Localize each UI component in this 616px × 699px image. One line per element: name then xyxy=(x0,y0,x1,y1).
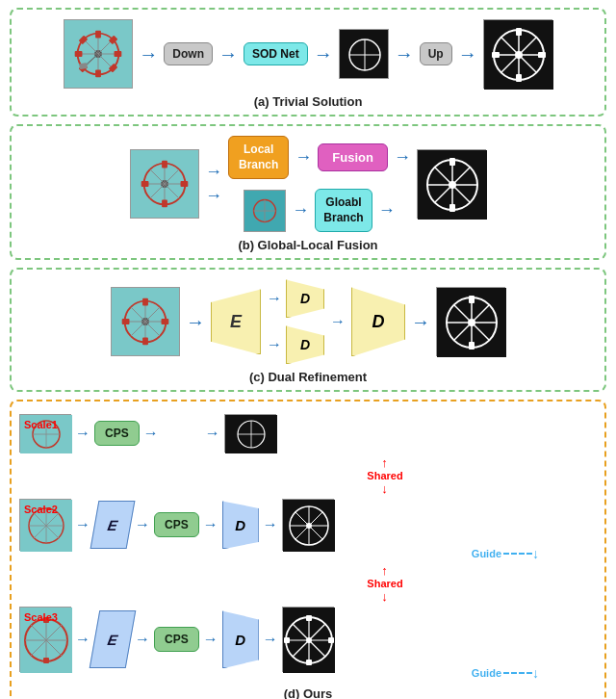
input-image-a xyxy=(64,19,133,89)
svg-rect-104 xyxy=(43,658,49,663)
sod-net-box: SOD Net xyxy=(244,42,308,65)
cps-box-2: CPS xyxy=(154,512,199,537)
shared-1: ↑ Shared ↓ xyxy=(19,455,597,496)
arrow-1a xyxy=(139,43,158,65)
scale1-label: Scale1 xyxy=(24,419,58,430)
svg-rect-65 xyxy=(122,319,130,324)
section-b: → → LocalBranch → Fusion → xyxy=(10,124,606,260)
encoder-c: E xyxy=(211,289,261,354)
input-image-c xyxy=(111,287,180,356)
section-a-label: (a) Trivial Solution xyxy=(19,94,597,109)
svg-rect-29 xyxy=(516,74,522,82)
small-decoder-2: D xyxy=(286,325,324,364)
result-image-b xyxy=(417,149,486,219)
arrow-c2 xyxy=(411,311,430,333)
section-d: Scale1 → CPS → → ↑ Shared xyxy=(10,400,606,699)
svg-rect-30 xyxy=(492,52,500,58)
encoder-d3: E xyxy=(90,610,137,668)
svg-rect-114 xyxy=(284,637,290,643)
svg-rect-31 xyxy=(538,52,546,58)
result-image-c xyxy=(436,287,505,356)
svg-rect-64 xyxy=(142,338,148,346)
shared-2: ↑ Shared ↓ xyxy=(19,563,597,604)
down-box: Down xyxy=(164,42,213,65)
svg-rect-112 xyxy=(306,615,312,621)
fusion-box: Fusion xyxy=(318,143,388,171)
svg-rect-8 xyxy=(95,70,101,78)
section-a: Down SOD Net Up xyxy=(10,8,606,116)
scale3-row: Scale3 → E → CPS → D → xyxy=(19,607,597,672)
arrow-4a xyxy=(395,43,414,65)
svg-rect-41 xyxy=(141,181,149,187)
svg-rect-28 xyxy=(516,28,522,36)
local-branch-box: LocalBranch xyxy=(228,136,289,179)
svg-rect-9 xyxy=(75,51,83,57)
svg-rect-113 xyxy=(306,660,312,665)
arrow-2a xyxy=(218,43,238,65)
svg-rect-40 xyxy=(162,200,167,208)
arrow-3a xyxy=(314,43,333,65)
global-branch-box: GloablBranch xyxy=(315,189,372,232)
scale3-label: Scale3 xyxy=(24,611,58,623)
decoder-d3: D xyxy=(222,610,259,668)
result-image-a xyxy=(483,19,552,89)
svg-rect-10 xyxy=(115,51,122,57)
large-decoder-c: D xyxy=(351,287,405,356)
scale2-label: Scale2 xyxy=(24,504,58,515)
svg-rect-63 xyxy=(142,298,148,306)
up-box: Up xyxy=(420,42,452,65)
intermediate-result-a xyxy=(339,29,389,79)
svg-rect-42 xyxy=(181,181,189,187)
result-scale2 xyxy=(282,499,334,551)
arrow-5a xyxy=(458,43,477,65)
scale1-image: Scale1 xyxy=(19,414,71,453)
scale3-image: Scale3 xyxy=(19,607,71,672)
svg-rect-54 xyxy=(449,158,455,166)
section-b-label: (b) Global-Local Fusion xyxy=(19,238,597,252)
cps-box-3: CPS xyxy=(154,627,199,652)
result-scale1 xyxy=(224,414,276,453)
section-c: E → D → D → D xyxy=(10,268,606,392)
section-d-label: (d) Ours xyxy=(19,686,597,699)
svg-rect-115 xyxy=(328,637,334,643)
input-image-b xyxy=(130,149,199,219)
svg-rect-7 xyxy=(95,31,101,39)
arrow-c1 xyxy=(186,311,205,333)
result-scale3 xyxy=(282,607,334,672)
svg-rect-75 xyxy=(469,342,475,350)
scale1-row: Scale1 → CPS → → xyxy=(19,414,597,453)
svg-rect-74 xyxy=(469,296,475,303)
scale2-image: Scale2 xyxy=(19,499,71,551)
small-decoder-1: D xyxy=(286,279,324,318)
scale2-row: Scale2 → E → CPS → D → xyxy=(19,499,597,551)
section-c-label: (c) Dual Refinement xyxy=(19,370,597,384)
decoder-d2: D xyxy=(222,501,259,549)
svg-rect-55 xyxy=(449,204,455,212)
encoder-d2: E xyxy=(90,501,136,549)
global-thumb xyxy=(244,190,286,232)
svg-rect-66 xyxy=(162,319,169,324)
svg-rect-39 xyxy=(162,161,167,168)
cps-box-1: CPS xyxy=(94,421,140,446)
